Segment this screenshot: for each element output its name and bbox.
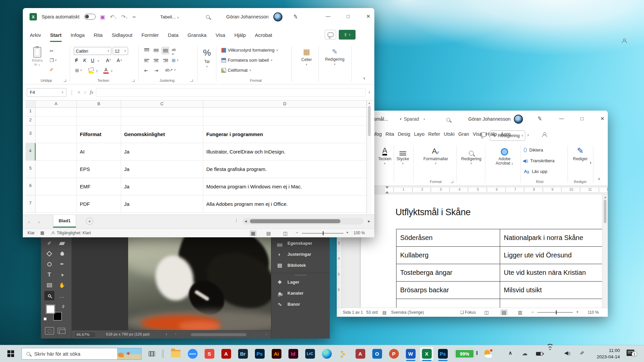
excel-tab-visa[interactable]: Visa bbox=[216, 32, 225, 38]
document-scrollbar[interactable]: ▲ bbox=[602, 194, 608, 308]
sheet-row[interactable]: 6 EMF Ja Moderna program i Windows men e… bbox=[25, 178, 374, 195]
fill-color-button[interactable] bbox=[89, 68, 94, 73]
excel-tab-formler[interactable]: Formler bbox=[142, 32, 159, 38]
format-dialog-launcher[interactable] bbox=[451, 181, 453, 183]
workbook-name-dropdown[interactable]: Tabell... ∨ bbox=[160, 14, 179, 19]
blur-tool[interactable] bbox=[57, 249, 67, 258]
underline-button[interactable]: U bbox=[91, 58, 94, 63]
orientation-button[interactable]: ab↗∨ bbox=[165, 68, 176, 72]
hscroll-right-arrow[interactable]: › bbox=[266, 332, 267, 336]
avatar[interactable] bbox=[273, 12, 282, 21]
table-row[interactable]: Brösarps backar Milsvid utsikt bbox=[396, 282, 602, 299]
cell[interactable]: Moderna program i Windows men ej i Mac. bbox=[203, 178, 367, 195]
read-aloud-button[interactable]: A)) Läs upp bbox=[524, 169, 547, 174]
excel-tab-granska[interactable]: Granska bbox=[187, 32, 207, 38]
screen-mode-button[interactable] bbox=[58, 328, 65, 334]
comments-icon[interactable] bbox=[480, 132, 486, 137]
cell[interactable]: De flesta grafiska program. bbox=[203, 161, 367, 178]
align-middle-button[interactable] bbox=[154, 49, 159, 52]
cell[interactable]: EMF bbox=[77, 178, 121, 195]
panel-bibliotek[interactable]: ▤ Bibliotek bbox=[271, 260, 330, 271]
weather-widget[interactable] bbox=[482, 347, 495, 360]
rectangle-tool[interactable] bbox=[44, 281, 54, 290]
access-button[interactable]: A bbox=[354, 347, 367, 360]
word-tab-layout[interactable]: Layo bbox=[414, 131, 424, 137]
cell[interactable]: Ja bbox=[121, 195, 203, 213]
macro-record-icon[interactable]: ▦ bbox=[40, 230, 44, 235]
powerpoint-button[interactable]: P bbox=[387, 347, 400, 360]
table-cell[interactable]: Nationalpark i norra Skåne bbox=[500, 229, 602, 246]
cell[interactable]: Filformat bbox=[77, 126, 121, 143]
panel-lager[interactable]: ❖ Lager bbox=[271, 277, 330, 288]
sheet-row[interactable]: 3 Filformat Genomskinlighet Fungerar i p… bbox=[25, 126, 374, 143]
font-color-button[interactable]: A bbox=[103, 67, 109, 74]
cell[interactable]: Alla Adobes program men ej i Office. bbox=[203, 195, 367, 213]
sheet-row[interactable]: 5 EPS Ja De flesta grafiska program. bbox=[25, 161, 374, 178]
excel-tab-sidlayout[interactable]: Sidlayout bbox=[112, 32, 132, 38]
scroll-up-arrow[interactable]: ▲ bbox=[368, 102, 371, 105]
table-cell[interactable]: Söderåsen bbox=[396, 229, 500, 246]
cell[interactable]: Genomskinlighet bbox=[121, 126, 203, 143]
maximize-button[interactable]: □ bbox=[575, 116, 589, 121]
cell[interactable]: Fungerar i programmen bbox=[203, 126, 367, 143]
scroll-up-arrow[interactable]: ▲ bbox=[604, 195, 607, 199]
file-explorer-button[interactable] bbox=[169, 347, 182, 360]
cut-button[interactable]: ✂ bbox=[50, 48, 54, 54]
column-header-b[interactable]: B bbox=[77, 101, 121, 108]
table-row[interactable]: Tosteberga ängar Ute vid kusten nära Kri… bbox=[396, 264, 602, 282]
excel-tab-acrobat[interactable]: Acrobat bbox=[255, 32, 272, 38]
ps-canvas[interactable] bbox=[72, 236, 271, 330]
word-ruler[interactable]: 1 2 3 4 5 6 7 8 9 10 11 12 bbox=[337, 186, 608, 194]
cell[interactable]: PDF bbox=[77, 195, 121, 213]
type-tool[interactable]: T bbox=[44, 270, 54, 280]
row-header[interactable]: 5 bbox=[25, 161, 36, 178]
foreground-color-swatch[interactable] bbox=[46, 305, 55, 313]
scrollbar-thumb[interactable] bbox=[604, 200, 606, 223]
borders-button[interactable]: ⊞∨ bbox=[75, 68, 82, 73]
word-tab-utskick[interactable]: Utski bbox=[444, 131, 454, 137]
excel-grid[interactable]: A B C D 1 2 3 Filformat Genomskinlighet … bbox=[23, 101, 374, 215]
close-button[interactable]: ✕ bbox=[362, 13, 375, 19]
quick-mask-button[interactable] bbox=[45, 327, 54, 335]
transcribe-button[interactable]: ◀)} Transkribera bbox=[523, 158, 554, 163]
focus-mode-button[interactable]: ❏ Fokus bbox=[460, 310, 476, 315]
tabbar-overflow-dots[interactable]: ⋮ bbox=[234, 218, 238, 223]
table-row-partial[interactable] bbox=[396, 299, 602, 308]
column-header-c[interactable]: C bbox=[121, 101, 203, 108]
edge-button[interactable] bbox=[320, 347, 333, 360]
zoom-level[interactable]: 110 % bbox=[588, 310, 599, 315]
format-as-table-button[interactable]: Formatera som tabell∨ bbox=[221, 58, 273, 63]
align-left-button[interactable] bbox=[144, 59, 149, 62]
cell[interactable]: Ja bbox=[121, 161, 203, 178]
tray-battery-icon[interactable] bbox=[536, 352, 543, 356]
cell[interactable] bbox=[36, 178, 77, 195]
table-row[interactable]: Kullaberg Ligger ute vid Öresund bbox=[396, 247, 602, 264]
hscroll-thumb[interactable] bbox=[250, 219, 340, 223]
merge-center-button[interactable]: ⊞∨ bbox=[172, 58, 179, 63]
start-button[interactable] bbox=[4, 347, 17, 360]
ps-zoom-field[interactable]: 66,67% bbox=[74, 331, 96, 338]
page-break-view-icon[interactable]: ◫ bbox=[283, 230, 287, 236]
row-header[interactable]: 1 bbox=[25, 108, 36, 117]
column-header-d[interactable]: D bbox=[203, 101, 367, 108]
hscroll-left-arrow[interactable]: ‹ bbox=[175, 332, 176, 336]
cell-styles-button[interactable]: Cellformat∨ bbox=[221, 68, 251, 73]
align-top-button[interactable] bbox=[144, 48, 149, 51]
bridge-button[interactable]: Br bbox=[236, 347, 250, 360]
table-cell[interactable]: Milsvid utsikt bbox=[500, 282, 602, 299]
presenter-pen-icon[interactable]: ✎ bbox=[292, 13, 299, 20]
zoom-tool[interactable] bbox=[44, 291, 54, 300]
sheet-row[interactable]: 7 PDF Ja Alla Adobes program men ej i Of… bbox=[25, 195, 374, 213]
dodge-tool[interactable] bbox=[44, 259, 54, 269]
search-icon[interactable] bbox=[446, 118, 450, 122]
row-header[interactable]: 6 bbox=[25, 178, 36, 195]
table-cell[interactable]: Ligger ute vid Öresund bbox=[500, 247, 602, 264]
cell[interactable] bbox=[77, 117, 121, 126]
cell[interactable] bbox=[121, 108, 203, 117]
zoom-slider-thumb[interactable] bbox=[556, 310, 557, 314]
cell[interactable] bbox=[203, 117, 367, 126]
align-right-button[interactable] bbox=[163, 59, 168, 62]
number-group-button[interactable]: % Tal ∨ bbox=[200, 48, 214, 68]
minimize-button[interactable]: — bbox=[321, 13, 335, 19]
task-view-button[interactable] bbox=[145, 347, 158, 360]
